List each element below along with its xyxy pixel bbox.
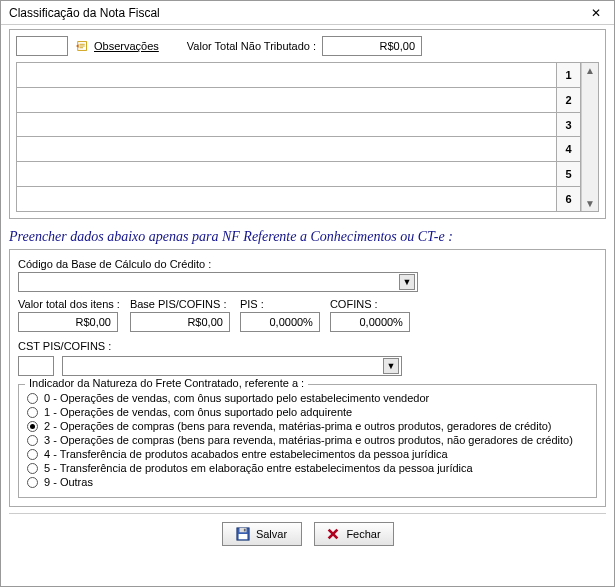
radio-icon[interactable]	[27, 435, 38, 446]
frete-legend: Indicador da Natureza do Frete Contratad…	[25, 377, 308, 389]
close-button[interactable]: Fechar	[314, 522, 394, 546]
frete-option[interactable]: 1 - Operações de vendas, com ônus suport…	[27, 405, 588, 419]
table-cell[interactable]	[17, 162, 557, 186]
items-grid: 123456 ▲ ▼	[16, 62, 599, 212]
observacoes-label: Observações	[94, 40, 159, 52]
radio-icon[interactable]	[27, 449, 38, 460]
frete-option-label: 0 - Operações de vendas, com ônus suport…	[44, 392, 429, 404]
pis-input[interactable]: 0,0000%	[240, 312, 320, 332]
frete-option-label: 9 - Outras	[44, 476, 93, 488]
content: Observações Valor Total Não Tributado : …	[1, 25, 614, 562]
pis-label: PIS :	[240, 298, 320, 310]
svg-rect-7	[244, 529, 246, 532]
frete-option[interactable]: 9 - Outras	[27, 475, 588, 489]
row-number: 4	[557, 137, 581, 161]
save-icon	[236, 527, 250, 541]
frete-option-label: 4 - Transferência de produtos acabados e…	[44, 448, 448, 460]
frete-option-label: 5 - Transferência de produtos em elabora…	[44, 462, 473, 474]
frete-option[interactable]: 0 - Operações de vendas, com ônus suport…	[27, 391, 588, 405]
table-row[interactable]: 4	[17, 137, 581, 162]
scrollbar[interactable]: ▲ ▼	[581, 63, 598, 211]
observacoes-link[interactable]: Observações	[76, 39, 159, 53]
save-button[interactable]: Salvar	[222, 522, 302, 546]
frete-option[interactable]: 4 - Transferência de produtos acabados e…	[27, 447, 588, 461]
table-row[interactable]: 6	[17, 187, 581, 211]
radio-icon[interactable]	[27, 407, 38, 418]
button-bar: Salvar Fechar	[9, 513, 606, 554]
svg-rect-6	[239, 534, 248, 539]
radio-icon[interactable]	[27, 393, 38, 404]
base-label: Base PIS/COFINS :	[130, 298, 230, 310]
window-title: Classificação da Nota Fiscal	[9, 6, 582, 20]
cofins-input[interactable]: 0,0000%	[330, 312, 410, 332]
table-row[interactable]: 3	[17, 113, 581, 138]
cst-label: CST PIS/COFINS :	[18, 340, 597, 352]
codigo-base-select[interactable]: ▼	[18, 272, 418, 292]
nf-section: Preencher dados abaixo apenas para NF Re…	[9, 229, 606, 507]
frete-option-label: 2 - Operações de compras (bens para reve…	[44, 420, 551, 432]
table-row[interactable]: 5	[17, 162, 581, 187]
x-icon	[326, 527, 340, 541]
table-cell[interactable]	[17, 63, 557, 87]
cofins-label: COFINS :	[330, 298, 410, 310]
scroll-up-icon[interactable]: ▲	[585, 65, 595, 76]
close-icon[interactable]: ✕	[582, 4, 610, 22]
table-cell[interactable]	[17, 137, 557, 161]
table-cell[interactable]	[17, 88, 557, 112]
valor-itens-input[interactable]: R$0,00	[18, 312, 118, 332]
cst-select[interactable]: ▼	[62, 356, 402, 376]
close-button-label: Fechar	[346, 528, 380, 540]
table-cell[interactable]	[17, 113, 557, 137]
valor-nao-trib-label: Valor Total Não Tributado :	[187, 40, 316, 52]
nf-note: Preencher dados abaixo apenas para NF Re…	[9, 229, 606, 245]
row-number: 2	[557, 88, 581, 112]
titlebar: Classificação da Nota Fiscal ✕	[1, 1, 614, 25]
top-panel: Observações Valor Total Não Tributado : …	[9, 29, 606, 219]
row-number: 3	[557, 113, 581, 137]
radio-icon[interactable]	[27, 477, 38, 488]
code-input[interactable]	[16, 36, 68, 56]
scroll-down-icon[interactable]: ▼	[585, 198, 595, 209]
table-row[interactable]: 2	[17, 88, 581, 113]
chevron-down-icon: ▼	[383, 358, 399, 374]
valor-nao-trib-value[interactable]: R$0,00	[322, 36, 422, 56]
chevron-down-icon: ▼	[399, 274, 415, 290]
window: Classificação da Nota Fiscal ✕ Observaçõ…	[0, 0, 615, 587]
save-button-label: Salvar	[256, 528, 287, 540]
codigo-base-label: Código da Base de Cálculo do Crédito :	[18, 258, 597, 270]
table-row[interactable]: 1	[17, 63, 581, 88]
row-number: 5	[557, 162, 581, 186]
frete-option[interactable]: 5 - Transferência de produtos em elabora…	[27, 461, 588, 475]
frete-option[interactable]: 2 - Operações de compras (bens para reve…	[27, 419, 588, 433]
radio-icon[interactable]	[27, 421, 38, 432]
frete-option-label: 3 - Operações de compras (bens para reve…	[44, 434, 573, 446]
note-icon	[76, 39, 90, 53]
frete-option-label: 1 - Operações de vendas, com ônus suport…	[44, 406, 352, 418]
frete-fieldset: Indicador da Natureza do Frete Contratad…	[18, 384, 597, 498]
cst-code-input[interactable]	[18, 356, 54, 376]
table-cell[interactable]	[17, 187, 557, 211]
row-number: 6	[557, 187, 581, 211]
base-input[interactable]: R$0,00	[130, 312, 230, 332]
radio-icon[interactable]	[27, 463, 38, 474]
valor-itens-label: Valor total dos itens :	[18, 298, 120, 310]
row-number: 1	[557, 63, 581, 87]
frete-option[interactable]: 3 - Operações de compras (bens para reve…	[27, 433, 588, 447]
